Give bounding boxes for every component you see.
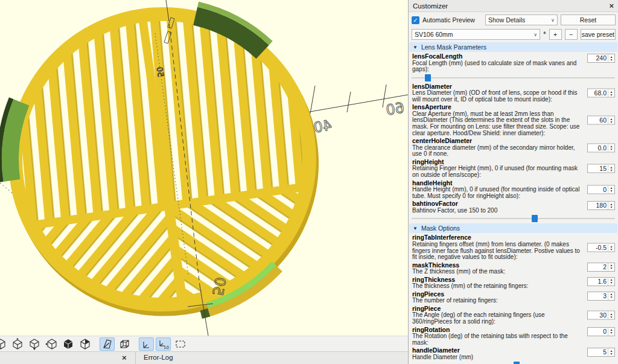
spinner-arrows[interactable]: ▲▼ [608, 263, 614, 271]
param-handleDiameter: handleDiameter Handle Diameter (mm) 5 ▲▼ [409, 346, 618, 361]
preset-dropdown[interactable]: SV106 60mm ∨ [412, 29, 540, 40]
param-ringRotation: ringRotation The Rotation (deg) of the r… [409, 326, 618, 347]
view-right-icon[interactable] [0, 337, 8, 351]
spinner-arrows[interactable]: ▲▼ [608, 244, 614, 252]
view-left-icon[interactable] [43, 337, 59, 351]
lensDiameter-input[interactable]: 68.0 ▲▼ [587, 89, 615, 98]
slider-thumb[interactable] [514, 362, 520, 364]
preset-modified-indicator: * [543, 30, 546, 39]
perspective-icon[interactable] [100, 337, 115, 351]
ringTabInterference-input[interactable]: -0.5 ▲▼ [587, 243, 615, 252]
console-statusbar: × Error-Log [0, 351, 408, 364]
x-axis-label-60: 60 [384, 99, 406, 118]
spinner-arrows[interactable]: ▲▼ [608, 185, 614, 193]
check-icon: ✓ [413, 17, 418, 24]
slider-thumb[interactable] [425, 74, 431, 81]
spinner-arrows[interactable]: ▲▼ [608, 54, 614, 62]
orthogonal-icon[interactable] [116, 337, 132, 351]
svg-text:10: 10 [164, 345, 169, 350]
customizer-controls-row2: SV106 60mm ∨ * + − save preset [409, 27, 618, 41]
slider-thumb[interactable] [532, 215, 538, 222]
param-bahtinovFactor: bahtinovFactor Bahtinov Factor, use 150 … [409, 200, 618, 214]
customizer-controls-row1: ✓ Automatic Preview Show Details ∨ Reset [409, 12, 618, 27]
spinner-arrows[interactable]: ▲▼ [608, 117, 614, 124]
bahtinovFactor-slider[interactable] [410, 215, 616, 222]
param-handleHeight: handleHeight Handle Height (mm), 0 if un… [409, 179, 618, 200]
error-log-tab[interactable]: Error-Log [144, 354, 173, 361]
param-ringPiece: ringPiece The Angle (deg) of the each re… [409, 305, 618, 326]
param-lensFocalLength: lensFocalLength Focal Length (mm) (used … [409, 53, 618, 74]
spinner-arrows[interactable]: ▲▼ [608, 165, 614, 173]
customizer-title: Customizer [413, 2, 448, 10]
param-ringThickness: ringThickness The thickness (mm) of the … [409, 276, 618, 290]
maskThickness-input[interactable]: 2 ▲▼ [587, 263, 615, 272]
handleHeight-input[interactable]: 0 ▲▼ [587, 185, 615, 194]
view-all-icon[interactable] [173, 337, 188, 351]
view-bottom-icon[interactable] [27, 337, 42, 351]
spinner-arrows[interactable]: ▲▼ [608, 292, 614, 300]
view-front-icon[interactable] [60, 337, 75, 351]
param-ringTabInterference: ringTabInterference Retaining fingers of… [409, 234, 618, 261]
3d-viewport[interactable]: 40 60 [0, 0, 408, 336]
param-ringHeight: ringHeight Retaining Finger Height (mm),… [409, 158, 618, 179]
bahtinov-mask-preview: 40 60 [0, 0, 408, 336]
spinner-arrows[interactable]: ▲▼ [608, 348, 614, 356]
chevron-down-icon: ∨ [551, 18, 555, 23]
section-lens-mask-parameters[interactable]: ▼ Lens Mask Parameters [409, 42, 617, 52]
console-close-button[interactable]: × [122, 353, 127, 362]
bahtinovFactor-input[interactable]: 180 ▲▼ [587, 201, 615, 210]
customizer-titlebar: Customizer × [409, 0, 618, 12]
view-top-icon[interactable] [10, 337, 25, 351]
lensFocalLength-input[interactable]: 240 ▲▼ [587, 54, 615, 63]
view-toolbar: 10 [0, 336, 408, 351]
lensAperture-input[interactable]: 60 ▲▼ [587, 116, 615, 125]
show-axes-icon[interactable] [139, 337, 154, 351]
spinner-arrows[interactable]: ▲▼ [608, 328, 614, 336]
param-lensDiameter: lensDiameter Lens Diameter (mm) (OD of f… [409, 83, 618, 104]
show-scale-markers-icon[interactable]: 10 [156, 337, 171, 351]
ringThickness-input[interactable]: 1.6 ▲▼ [587, 277, 615, 286]
ringPieces-input[interactable]: 3 ▲▼ [587, 292, 615, 301]
openscad-window: 40 60 [0, 0, 618, 364]
ringHeight-input[interactable]: 15 ▲▼ [587, 164, 615, 173]
triangle-down-icon: ▼ [413, 45, 418, 50]
spinner-arrows[interactable]: ▲▼ [608, 278, 614, 286]
centerHoleDiameter-input[interactable]: 0.0 ▲▼ [587, 143, 615, 152]
z-axis-label-mid: 50 [155, 66, 165, 77]
customizer-panel: Customizer × ✓ Automatic Preview Show De… [408, 0, 618, 364]
handleDiameter-slider[interactable] [410, 362, 616, 364]
customizer-close-button[interactable]: × [609, 1, 614, 10]
ringRotation-input[interactable]: 0 ▲▼ [587, 327, 615, 336]
details-dropdown[interactable]: Show Details ∨ [485, 14, 558, 25]
bahtinov-mask [0, 0, 339, 336]
param-ringPieces: ringPieces The number of retaining finge… [409, 290, 618, 305]
remove-preset-button[interactable]: − [565, 29, 578, 40]
spinner-arrows[interactable]: ▲▼ [608, 202, 614, 209]
param-maskThickness: maskThickness The Z thickness (mm) of th… [409, 261, 618, 276]
section-mask-options[interactable]: ▼ Mask Options [409, 223, 617, 233]
spinner-arrows[interactable]: ▲▼ [608, 144, 614, 152]
param-centerHoleDiameter: centerHoleDiameter The clearance diamete… [409, 137, 618, 158]
lensFocalLength-slider[interactable] [410, 74, 616, 81]
triangle-down-icon: ▼ [413, 226, 418, 231]
handleDiameter-input[interactable]: 5 ▲▼ [587, 348, 615, 357]
spinner-arrows[interactable]: ▲▼ [608, 89, 614, 97]
ringPiece-input[interactable]: 30 ▲▼ [587, 311, 615, 320]
add-preset-button[interactable]: + [549, 29, 562, 40]
param-lensAperture: lensAperture Clear Aperture (mm), must b… [409, 103, 618, 137]
automatic-preview-checkbox[interactable]: ✓ [412, 16, 419, 24]
view-back-icon[interactable] [77, 337, 92, 351]
statusbar-divider [135, 352, 136, 364]
reset-button[interactable]: Reset [561, 14, 616, 25]
spinner-arrows[interactable]: ▲▼ [608, 311, 614, 319]
save-preset-button[interactable]: save preset [581, 29, 616, 40]
automatic-preview-label: Automatic Preview [422, 16, 475, 24]
chevron-down-icon: ∨ [534, 32, 537, 37]
y-axis-label-bottom: 50 [209, 276, 229, 297]
